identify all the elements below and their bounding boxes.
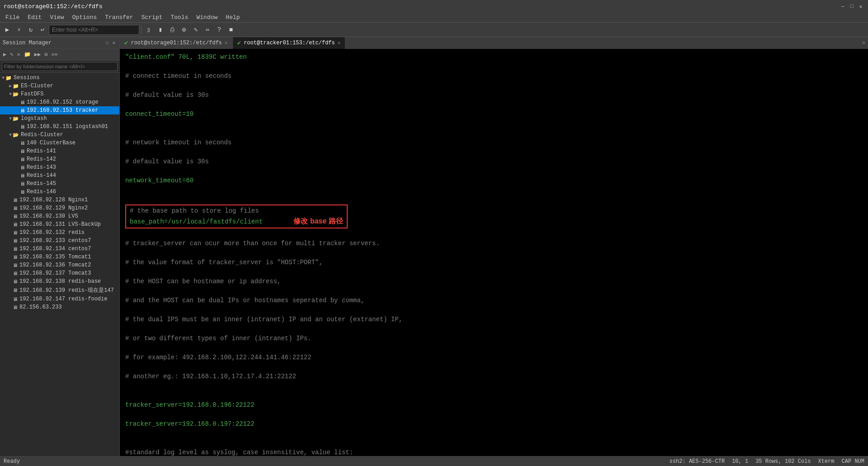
tree-centos7-133[interactable]: ▶ 🖥 192.168.92.133 centos7 (0, 237, 119, 245)
tree-label-clusterbase: 140 ClusterBase (27, 140, 75, 146)
toolbar-back[interactable]: ↩ (37, 24, 48, 35)
tab-label-tracker: root@tracker01:153:/etc/fdfs (244, 40, 335, 46)
session-icon-centos133: 🖥 (13, 238, 18, 244)
session-rename-btn[interactable]: ✎ (9, 51, 14, 58)
tree-sessions-root[interactable]: ▼ 📁 Sessions (0, 74, 119, 82)
term-line-tracker2: # the value format of tracker_server is … (125, 258, 863, 267)
menu-options[interactable]: Options (69, 13, 101, 22)
tree-centos7-134[interactable]: ▶ 🖥 192.168.92.134 centos7 (0, 245, 119, 253)
toolbar-transfer[interactable]: ⇔ (202, 24, 213, 35)
tree-label-nginx1: 192.168.92.128 Nginx1 (19, 197, 88, 203)
tab-close-storage[interactable]: ✕ (225, 40, 228, 46)
tab-close-tracker[interactable]: ✕ (338, 40, 341, 46)
session-icon-nginx1: 🖥 (13, 197, 18, 203)
tree-redis[interactable]: ▶ 🖥 192.168.92.132 redis (0, 228, 119, 237)
tree-fastdfs[interactable]: ▼ 📂 FastDFS (0, 90, 119, 98)
session-more-btn[interactable]: »» (50, 51, 59, 58)
menu-window[interactable]: Window (193, 13, 222, 22)
toolbar-lightning[interactable]: ⚡ (14, 24, 24, 35)
session-panel-pin[interactable]: ☐ (104, 39, 110, 46)
tree-tomcat3[interactable]: ▶ 🖥 192.168.92.137 Tomcat3 (0, 269, 119, 277)
toolbar-help[interactable]: ? (214, 24, 225, 35)
session-icon-redis: 🖥 (13, 230, 18, 236)
session-icon-storage: 🖥 (20, 100, 25, 105)
tree-tracker[interactable]: ▶ 🖥 192.168.92.153 tracker (0, 106, 119, 114)
session-props-btn[interactable]: ⚙ (43, 51, 49, 58)
tree-redis-base[interactable]: ▶ 🖥 192.168.92.138 redis-base (0, 277, 119, 285)
session-filter-input[interactable] (2, 62, 118, 71)
session-icon-redis143: 🖥 (20, 165, 25, 171)
minimize-button[interactable]: — (839, 3, 846, 10)
term-line-tracker7: # for example: 492.168.2.100,122.244.141… (125, 353, 863, 362)
tree-logstash01[interactable]: ▶ 🖥 192.168.92.151 logstash01 (0, 123, 119, 131)
expand-icon-redis-cluster: ▼ (9, 133, 12, 138)
close-button[interactable]: ✕ (857, 3, 864, 10)
tree-redis-now[interactable]: ▶ 🖥 192.168.92.139 redis-现在是147 (0, 285, 119, 295)
session-panel-close[interactable]: ✕ (111, 39, 117, 46)
tree-nginx2[interactable]: ▶ 🖥 192.168.92.129 Nginx2 (0, 204, 119, 212)
session-icon-centos134: 🖥 (13, 246, 18, 252)
main-layout: Session Manager ☐ ✕ ▶ ✎ ✕ 📁 ▶▶ ⚙ »» ▼ 📁 … (0, 37, 868, 456)
session-header: Session Manager ☐ ✕ (0, 37, 119, 49)
window-controls: — □ ✕ (839, 3, 864, 10)
tab-tracker[interactable]: ✔ root@tracker01:153:/etc/fdfs ✕ (233, 37, 346, 49)
tree-nginx1[interactable]: ▶ 🖥 192.168.92.128 Nginx1 (0, 196, 119, 204)
toolbar-paste[interactable]: ▮ (155, 24, 166, 35)
tree-logstash[interactable]: ▼ 📂 logstash (0, 114, 119, 123)
tree-redis-142[interactable]: ▶ 🖥 Redis-142 (0, 155, 119, 163)
session-icon-nginx2: 🖥 (13, 205, 18, 211)
toolbar-settings[interactable]: ⚙ (179, 24, 189, 35)
tree-redis-cluster[interactable]: ▼ 📂 Redis-Cluster (0, 131, 119, 139)
session-connect-btn[interactable]: ▶▶ (33, 51, 42, 58)
term-line-tracker8: # another eg.: 192.168.1.10,172.17.4.21:… (125, 372, 863, 381)
menu-view[interactable]: View (46, 13, 67, 22)
session-folder-btn[interactable]: 📁 (23, 51, 32, 58)
session-new-btn[interactable]: ▶ (2, 51, 8, 58)
toolbar-properties[interactable]: ✎ (190, 24, 201, 35)
tree-tomcat1[interactable]: ▶ 🖥 192.168.92.135 Tomcat1 (0, 253, 119, 261)
tree-redis-141[interactable]: ▶ 🖥 Redis-141 (0, 147, 119, 155)
maximize-button[interactable]: □ (848, 3, 855, 10)
tree-storage[interactable]: ▶ 🖥 192.168.92.152 storage (0, 98, 119, 106)
terminal[interactable]: "client.conf" 70L, 1839C written # conne… (120, 49, 868, 456)
toolbar-refresh[interactable]: ↻ (25, 24, 36, 35)
tree-redis-144[interactable]: ▶ 🖥 Redis-144 (0, 171, 119, 180)
tab-label-storage: root@storage01:152:/etc/fdfs (131, 40, 222, 46)
tab-scroll-right[interactable]: » (859, 39, 868, 46)
tree-tomcat2[interactable]: ▶ 🖥 192.168.92.136 Tomcat2 (0, 261, 119, 269)
toolbar-copy[interactable]: ▯ (143, 24, 154, 35)
toolbar-new-session[interactable]: ▶ (2, 24, 13, 35)
tree-lvs[interactable]: ▶ 🖥 192.168.92.130 LVS (0, 212, 119, 220)
menu-help[interactable]: Help (222, 13, 243, 22)
tree-lvs-backup[interactable]: ▶ 🖥 192.168.92.131 LVS-BackUp (0, 220, 119, 228)
folder-icon-logstash: 📂 (13, 116, 19, 122)
term-line-connect: connect_timeout=10 (125, 109, 863, 119)
tree-ip82[interactable]: ▶ 🖥 82.156.63.233 (0, 303, 119, 311)
tree-es-cluster[interactable]: ▶ 📁 ES-Cluster (0, 82, 119, 90)
term-line-comment2: # default value is 30s (125, 90, 863, 100)
tree-clusterbase[interactable]: ▶ 🖥 140 ClusterBase (0, 139, 119, 147)
expand-icon-sessions: ▼ (2, 76, 5, 81)
toolbar-print[interactable]: ⎙ (167, 24, 178, 35)
menu-tools[interactable]: Tools (167, 13, 192, 22)
tree-redis-foodie[interactable]: ▶ 🖥 192.168.92.147 redis-foodie (0, 295, 119, 303)
toolbar: ▶ ⚡ ↻ ↩ ▯ ▮ ⎙ ⚙ ✎ ⇔ ? ■ (0, 23, 868, 37)
menu-transfer[interactable]: Transfer (101, 13, 137, 22)
tree-redis-143[interactable]: ▶ 🖥 Redis-143 (0, 163, 119, 171)
tab-status-icon-storage: ✔ (124, 39, 128, 47)
tab-storage[interactable]: ✔ root@storage01:152:/etc/fdfs ✕ (120, 37, 233, 49)
tree-label-redis-foodie: 192.168.92.147 redis-foodie (19, 296, 107, 302)
term-line-basepath: base_path=/usr/local/fastdfs/client (130, 218, 263, 225)
menu-script[interactable]: Script (138, 13, 166, 22)
session-delete-btn[interactable]: ✕ (15, 51, 21, 58)
folder-icon: 📁 (5, 75, 12, 81)
tree-redis-145[interactable]: ▶ 🖥 Redis-145 (0, 180, 119, 188)
menu-file[interactable]: File (2, 13, 23, 22)
tree-label-redis-146: Redis-146 (27, 189, 56, 195)
session-icon-redis141: 🖥 (20, 148, 25, 154)
menu-edit[interactable]: Edit (24, 13, 45, 22)
expand-icon-es: ▶ (9, 83, 12, 89)
tree-redis-146[interactable]: ▶ 🖥 Redis-146 (0, 188, 119, 196)
host-input[interactable] (49, 25, 139, 35)
toolbar-extra[interactable]: ■ (226, 24, 236, 35)
